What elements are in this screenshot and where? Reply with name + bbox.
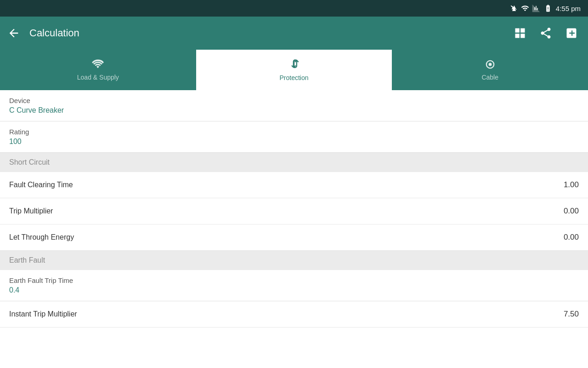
earth-fault-trip-time-label: Earth Fault Trip Time <box>9 276 579 284</box>
notification-muted-icon <box>510 4 518 12</box>
battery-icon <box>543 4 553 12</box>
rating-label: Rating <box>9 128 579 136</box>
grid-button[interactable] <box>511 24 529 42</box>
instant-trip-multiplier-value: 7.50 <box>564 310 579 319</box>
earth-fault-header: Earth Fault <box>0 251 588 270</box>
tab-bar: Load & Supply Protection Cable <box>0 50 588 90</box>
earth-fault-trip-time-field[interactable]: Earth Fault Trip Time 0.4 <box>0 270 588 301</box>
tab-cable-label: Cable <box>481 74 498 81</box>
let-through-energy-label: Let Through Energy <box>9 233 74 242</box>
page-title: Calculation <box>29 27 502 39</box>
wifi-icon <box>521 4 529 12</box>
trip-multiplier-value: 0.00 <box>564 207 579 216</box>
back-button[interactable] <box>7 27 20 40</box>
wave-icon <box>91 58 104 71</box>
earth-fault-trip-time-value: 0.4 <box>9 286 579 294</box>
let-through-energy-row[interactable]: Let Through Energy 0.00 <box>0 224 588 251</box>
short-circuit-header: Short Circuit <box>0 153 588 172</box>
device-value: C Curve Breaker <box>9 106 579 115</box>
let-through-energy-value: 0.00 <box>564 233 579 242</box>
app-bar: Calculation <box>0 17 588 50</box>
svg-point-2 <box>490 63 491 64</box>
instant-trip-multiplier-label: Instant Trip Multiplier <box>9 310 77 318</box>
device-label: Device <box>9 97 579 104</box>
content-area: Device C Curve Breaker Rating 100 Short … <box>0 90 588 368</box>
rating-field[interactable]: Rating 100 <box>0 121 588 153</box>
tab-protection[interactable]: Protection <box>196 50 392 90</box>
earth-fault-label: Earth Fault <box>9 256 45 264</box>
device-field[interactable]: Device C Curve Breaker <box>0 90 588 121</box>
status-icons: 4:55 pm <box>510 4 581 12</box>
share-button[interactable] <box>537 24 555 42</box>
fault-clearing-time-row[interactable]: Fault Clearing Time 1.00 <box>0 172 588 198</box>
fault-clearing-time-label: Fault Clearing Time <box>9 181 73 189</box>
tab-load-supply[interactable]: Load & Supply <box>0 50 196 90</box>
time-display: 4:55 pm <box>556 5 581 12</box>
trip-multiplier-label: Trip Multiplier <box>9 207 53 215</box>
instant-trip-multiplier-row[interactable]: Instant Trip Multiplier 7.50 <box>0 301 588 328</box>
tab-protection-label: Protection <box>279 74 308 81</box>
fault-clearing-time-value: 1.00 <box>564 180 579 190</box>
short-circuit-label: Short Circuit <box>9 158 50 166</box>
calculator-button[interactable] <box>562 24 581 42</box>
cable-icon <box>484 58 497 71</box>
tab-load-supply-label: Load & Supply <box>77 74 119 81</box>
rating-value: 100 <box>9 138 579 146</box>
signal-icon <box>532 4 540 12</box>
status-bar: 4:55 pm <box>0 0 588 17</box>
trip-multiplier-row[interactable]: Trip Multiplier 0.00 <box>0 198 588 224</box>
protection-icon <box>288 58 300 71</box>
tab-cable[interactable]: Cable <box>392 50 588 90</box>
app-bar-actions <box>511 24 581 42</box>
